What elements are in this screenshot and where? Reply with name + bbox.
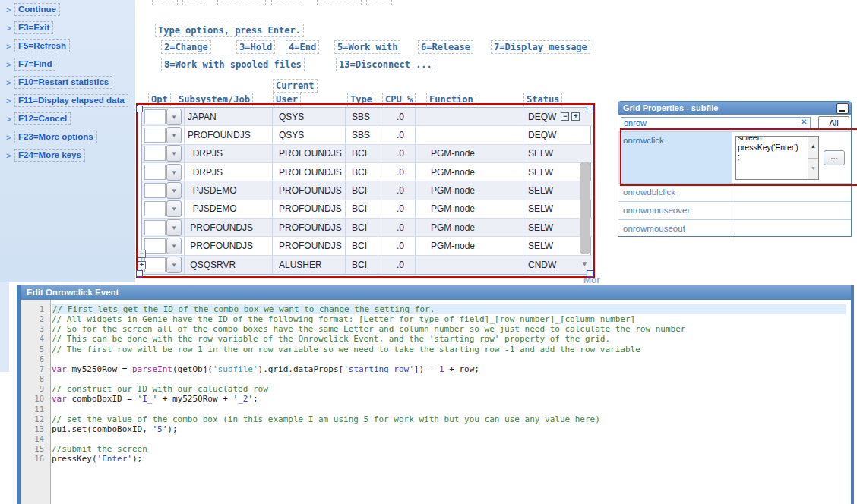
sidebar-item-f24-more-keys[interactable]: >F24=More keys	[6, 149, 135, 162]
code-line[interactable]: pui.set(comboBoxID, '5');	[52, 424, 846, 434]
sidebar-item-f23-more-options[interactable]: >F23=More options	[6, 131, 135, 143]
column-header[interactable]: User	[273, 93, 301, 106]
sidebar-item-f11-display-elapsed-data[interactable]: >F11=Display elapsed data	[6, 94, 135, 107]
option-label[interactable]: 7=Display message	[491, 40, 590, 54]
code-line[interactable]: // All widgets in Genie have the ID of t…	[52, 314, 846, 324]
spinner-down-icon[interactable]: ▼	[808, 159, 818, 180]
option-label[interactable]: 8=Work with spooled files	[161, 58, 305, 71]
opt-input[interactable]	[144, 220, 166, 235]
code-line[interactable]: // set the value of the combo box (in th…	[52, 414, 846, 424]
code-line[interactable]: // First lets get the ID of the combo bo…	[52, 304, 846, 314]
subfile-row[interactable]: ▾JAPANQSYSSBS.0DEQW−+	[142, 108, 592, 126]
code-line[interactable]: var comboBoxID = 'I_' + my5250Row + '_2'…	[52, 394, 846, 404]
value-spinner[interactable]: ▲ ▼	[808, 137, 818, 179]
property-row-onrowclick[interactable]: onrowclick screen pressKey('Enter') ; ▲ …	[618, 132, 851, 184]
subfile-row[interactable]: ▾PROFOUNDJSQSYSSBS.0DEQW	[142, 126, 592, 144]
selection-handle[interactable]	[587, 106, 593, 112]
spinner-up-icon[interactable]: ▲	[808, 137, 818, 159]
code-line[interactable]	[52, 374, 846, 384]
subfile-row[interactable]: ▾ PJSDEMOPROFOUNDJSBCI.0PGM-nodeSELW	[142, 181, 592, 200]
subfile-row[interactable]: ▾ QSQSRVRALUSHERBCI.0CNDW	[142, 256, 592, 274]
property-value-cell[interactable]	[732, 202, 851, 219]
chevron-down-icon[interactable]: ▾	[166, 238, 182, 254]
opt-input[interactable]	[144, 201, 166, 216]
opt-combobox[interactable]: ▾	[144, 182, 182, 199]
expand-icon[interactable]: +	[138, 261, 146, 269]
opt-combobox[interactable]: ▾	[144, 200, 182, 217]
subfile-row[interactable]: ▾ PROFOUNDJSPROFOUNDJSBCI.0PGM-nodeSELW	[142, 237, 592, 255]
opt-input[interactable]	[144, 109, 166, 124]
code-line[interactable]: // So for the screen all of the combo bo…	[52, 324, 846, 334]
minimize-icon[interactable]	[836, 103, 849, 114]
collapse-icon[interactable]: −	[561, 112, 569, 121]
code-line[interactable]: // construct our ID with our caluclated …	[52, 384, 846, 394]
code-editor[interactable]: // First lets get the ID of the combo bo…	[52, 300, 846, 504]
current-label[interactable]: Current	[273, 79, 318, 93]
opt-input[interactable]	[144, 165, 166, 180]
opt-input[interactable]	[144, 128, 166, 143]
property-row-onrowmouseout[interactable]: onrowmouseout	[618, 220, 851, 238]
collapse-icon[interactable]: −	[138, 250, 146, 258]
code-line[interactable]: var my5250Row = parseInt(getObj('subfile…	[52, 364, 846, 374]
property-row-onrowmouseover[interactable]: onrowmouseover	[618, 202, 851, 220]
code-line[interactable]: // This can be done with the row variabl…	[52, 334, 846, 344]
code-line[interactable]	[52, 404, 846, 414]
popout-icon[interactable]: +	[571, 112, 580, 121]
edit-value-button[interactable]: ...	[824, 150, 845, 165]
chevron-down-icon[interactable]: ▾	[166, 127, 182, 143]
property-row-onrowdblclick[interactable]: onrowdblclick	[618, 184, 851, 202]
sidebar-item-f7-find[interactable]: >F7=Find	[6, 58, 135, 71]
selection-handle[interactable]	[136, 106, 143, 112]
opt-combobox[interactable]: ▾	[144, 127, 182, 143]
scroll-down-icon[interactable]: ▼	[580, 260, 590, 272]
onrowclick-value-textarea[interactable]: screen pressKey('Enter') ; ▲ ▼	[735, 136, 819, 180]
opt-input[interactable]	[144, 238, 166, 254]
property-search-input[interactable]	[621, 117, 811, 128]
code-line[interactable]: // The first row will be row 1 in the on…	[52, 345, 846, 354]
sidebar-item-continue[interactable]: >Continue	[6, 3, 135, 16]
option-label[interactable]: 6=Release	[418, 40, 473, 54]
opt-input[interactable]	[144, 146, 166, 161]
selection-handle[interactable]	[136, 270, 143, 277]
chevron-down-icon[interactable]: ▾	[166, 219, 182, 236]
column-header[interactable]: Function	[426, 93, 476, 106]
subfile-grid[interactable]: ▾JAPANQSYSSBS.0DEQW−+▾PROFOUNDJSQSYSSBS.…	[141, 107, 591, 275]
chevron-down-icon[interactable]: ▾	[166, 257, 182, 273]
chevron-down-icon[interactable]: ▾	[166, 145, 182, 162]
subfile-row[interactable]: ▾ PROFOUNDJSPROFOUNDJSBCI.0PGM-nodeSELW	[142, 219, 592, 237]
property-value-cell[interactable]	[732, 184, 851, 201]
code-line[interactable]	[52, 354, 846, 364]
column-header[interactable]: Opt	[148, 93, 171, 106]
sidebar-item-f5-refresh[interactable]: >F5=Refresh	[6, 39, 135, 52]
chevron-down-icon[interactable]: ▾	[166, 182, 182, 199]
chevron-down-icon[interactable]: ▾	[166, 109, 182, 125]
sidebar-item-f10-restart-statistics[interactable]: >F10=Restart statistics	[6, 76, 135, 89]
opt-combobox[interactable]: ▾	[144, 257, 182, 273]
chevron-down-icon[interactable]: ▾	[166, 164, 182, 181]
column-header[interactable]: Status	[523, 93, 562, 106]
option-label[interactable]: 3=Hold	[236, 40, 275, 54]
opt-combobox[interactable]: ▾	[144, 109, 182, 125]
option-label[interactable]: 4=End	[286, 40, 319, 54]
chevron-down-icon[interactable]: ▾	[166, 200, 182, 217]
subfile-row[interactable]: ▾ DRPJSPROFOUNDJSBCI.0PGM-nodeSELW	[142, 145, 592, 163]
dialog-title-bar[interactable]: Edit Onrowclick Event	[21, 285, 854, 300]
code-line[interactable]: //submit the screen	[52, 444, 846, 454]
grid-scrollbar-thumb[interactable]	[580, 162, 590, 254]
all-properties-button[interactable]: All	[818, 116, 849, 129]
column-header[interactable]: Type	[347, 93, 375, 106]
option-label[interactable]: 5=Work with	[334, 40, 400, 54]
option-label[interactable]: 13=Disconnect ...	[336, 58, 435, 71]
clear-search-icon[interactable]: ✕	[801, 118, 807, 126]
code-line[interactable]	[52, 434, 846, 444]
property-value-cell[interactable]	[732, 220, 851, 238]
column-header[interactable]: Subsystem/Job	[176, 93, 253, 106]
option-label[interactable]: 2=Change	[161, 40, 211, 54]
panel-title-bar[interactable]: Grid Properties - subfile	[618, 102, 851, 115]
subfile-row[interactable]: ▾ DRPJSPROFOUNDJSBCI.0PGM-nodeSELW	[142, 163, 592, 181]
opt-input[interactable]	[144, 257, 166, 272]
opt-combobox[interactable]: ▾	[144, 164, 182, 181]
sidebar-item-f3-exit[interactable]: >F3=Exit	[6, 21, 135, 34]
opt-combobox[interactable]: ▾	[144, 219, 182, 236]
column-header[interactable]: CPU %	[382, 93, 416, 106]
